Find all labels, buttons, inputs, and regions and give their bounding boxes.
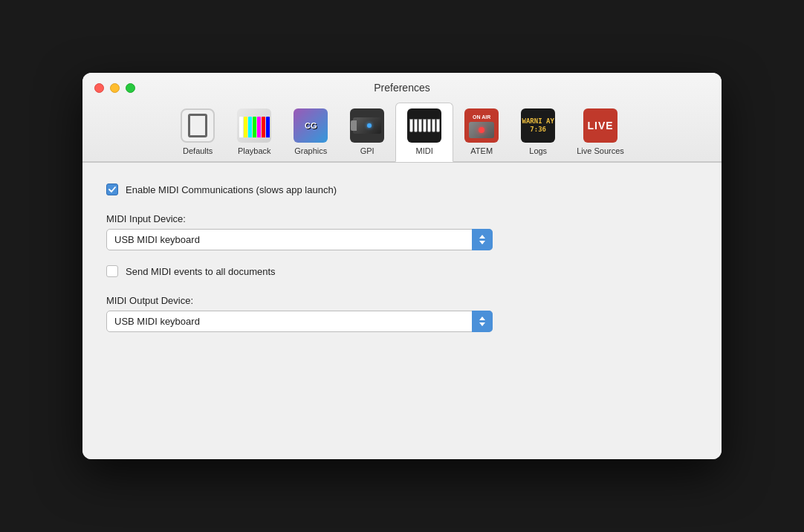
midi-icon	[406, 108, 442, 143]
content-area: Enable MIDI Communications (slows app la…	[82, 162, 722, 459]
tab-graphics[interactable]: CG Graphics	[282, 103, 339, 161]
checkmark-icon	[108, 186, 116, 192]
playback-icon	[236, 108, 272, 143]
output-device-label: MIDI Output Device:	[106, 295, 698, 306]
input-device-select[interactable]: USB MIDI keyboard	[106, 229, 493, 250]
input-device-label: MIDI Input Device:	[106, 213, 698, 224]
close-button[interactable]	[94, 83, 104, 93]
graphics-icon: CG	[293, 108, 328, 143]
enable-midi-label: Enable MIDI Communications (slows app la…	[126, 184, 337, 195]
tab-gpi[interactable]: GPI	[339, 103, 395, 161]
defaults-icon	[180, 108, 215, 143]
atem-icon: ON AIR	[464, 108, 499, 143]
tab-atem-label: ATEM	[470, 146, 493, 155]
tab-midi[interactable]: MIDI	[395, 103, 453, 162]
toolbar: Defaults	[169, 103, 635, 161]
tab-defaults-label: Defaults	[183, 146, 213, 155]
enable-midi-checkbox[interactable]	[106, 184, 118, 195]
graphics-icon-text: CG	[305, 121, 317, 130]
tab-gpi-label: GPI	[360, 146, 375, 155]
minimize-button[interactable]	[110, 83, 120, 93]
window-title: Preferences	[374, 82, 429, 94]
tab-logs[interactable]: WARNI AY 7:36 Logs	[510, 103, 566, 161]
gpi-icon	[349, 108, 385, 143]
output-device-group: MIDI Output Device: USB MIDI keyboard	[106, 295, 698, 332]
live-sources-icon: LIVE	[583, 108, 618, 143]
input-device-select-wrapper: USB MIDI keyboard	[106, 229, 493, 250]
send-midi-label: Send MIDI events to all documents	[126, 266, 276, 277]
tab-playback[interactable]: Playback	[226, 103, 282, 161]
title-bar: Preferences Defaults	[82, 73, 722, 162]
live-icon-text: LIVE	[583, 108, 617, 143]
input-device-group: MIDI Input Device: USB MIDI keyboard	[106, 213, 698, 250]
tab-graphics-label: Graphics	[294, 146, 327, 155]
tab-playback-label: Playback	[238, 146, 271, 155]
tab-defaults[interactable]: Defaults	[169, 103, 226, 161]
traffic-lights	[94, 83, 135, 93]
preferences-window: Preferences Defaults	[82, 73, 722, 459]
tab-midi-label: MIDI	[416, 146, 433, 155]
output-device-select-wrapper: USB MIDI keyboard	[106, 311, 493, 332]
enable-midi-row: Enable MIDI Communications (slows app la…	[106, 184, 698, 195]
maximize-button[interactable]	[126, 83, 135, 93]
send-midi-checkbox[interactable]	[106, 265, 118, 277]
tab-atem[interactable]: ON AIR ATEM	[453, 103, 510, 161]
tab-live-sources[interactable]: LIVE Live Sources	[566, 103, 635, 161]
tab-live-sources-label: Live Sources	[577, 146, 624, 155]
logs-icon-text: WARNI AY 7:36	[521, 108, 555, 143]
send-midi-row: Send MIDI events to all documents	[106, 265, 698, 277]
output-device-select[interactable]: USB MIDI keyboard	[106, 311, 493, 332]
tab-logs-label: Logs	[529, 146, 547, 155]
logs-icon: WARNI AY 7:36	[520, 108, 556, 143]
